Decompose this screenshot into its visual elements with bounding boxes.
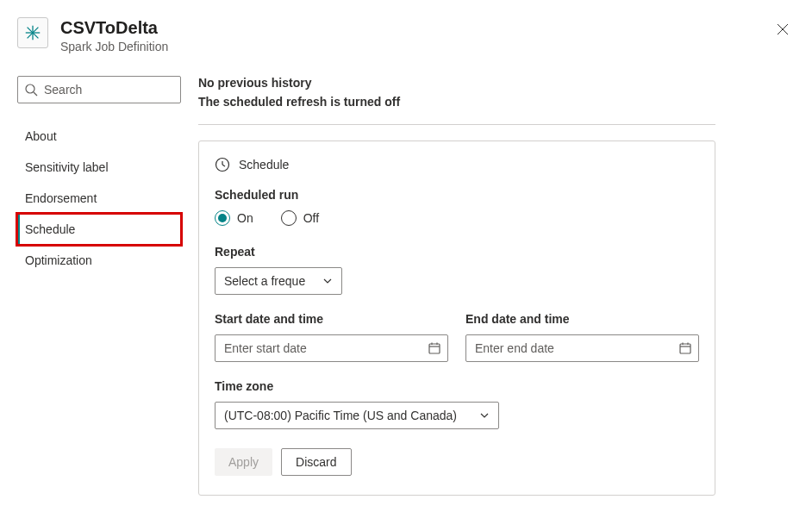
apply-button: Apply (215, 448, 272, 476)
sidebar-item-optimization[interactable]: Optimization (17, 245, 181, 276)
repeat-select[interactable]: Select a freque (215, 267, 342, 295)
radio-on-circle (215, 210, 230, 226)
svg-line-7 (34, 92, 37, 96)
close-icon (777, 23, 789, 35)
close-button[interactable] (772, 19, 793, 40)
divider (198, 124, 715, 125)
sidebar-item-endorsement[interactable]: Endorsement (17, 183, 181, 214)
scheduled-run-label: Scheduled run (215, 188, 699, 202)
radio-off-circle (281, 210, 297, 226)
chevron-down-icon (479, 410, 490, 421)
sidebar-nav: About Sensitivity label Endorsement Sche… (17, 121, 181, 276)
schedule-panel: Schedule Scheduled run On Off Repeat (198, 140, 715, 496)
radio-off-label: Off (303, 211, 319, 225)
chevron-down-icon (322, 276, 333, 286)
radio-on-label: On (237, 211, 253, 225)
radio-on[interactable]: On (215, 210, 253, 226)
sidebar: About Sensitivity label Endorsement Sche… (17, 76, 181, 496)
panel-title: Schedule (239, 158, 289, 172)
radio-off[interactable]: Off (281, 210, 319, 226)
start-date-label: Start date and time (215, 312, 448, 326)
repeat-label: Repeat (215, 245, 699, 259)
start-date-input[interactable] (215, 334, 448, 362)
discard-button[interactable]: Discard (281, 448, 351, 476)
timezone-value: (UTC-08:00) Pacific Time (US and Canada) (224, 409, 457, 422)
end-date-input[interactable] (465, 334, 699, 362)
refresh-status: The scheduled refresh is turned off (198, 95, 715, 109)
timezone-select[interactable]: (UTC-08:00) Pacific Time (US and Canada) (215, 402, 499, 429)
svg-point-6 (26, 84, 34, 93)
main-content: No previous history The scheduled refres… (198, 76, 715, 496)
page-title: CSVToDelta (60, 17, 168, 38)
search-input[interactable] (17, 76, 181, 103)
clock-icon (215, 157, 230, 172)
end-date-label: End date and time (465, 312, 699, 326)
sidebar-item-about[interactable]: About (17, 121, 181, 152)
sidebar-item-sensitivity-label[interactable]: Sensitivity label (17, 152, 181, 183)
timezone-label: Time zone (215, 379, 699, 393)
page-subtitle: Spark Job Definition (60, 40, 168, 53)
history-status: No previous history (198, 76, 715, 90)
svg-line-10 (222, 165, 225, 166)
search-icon (24, 83, 38, 97)
sidebar-item-schedule[interactable]: Schedule (17, 214, 181, 245)
repeat-value: Select a freque (224, 274, 305, 288)
header: CSVToDelta Spark Job Definition (0, 0, 812, 59)
title-block: CSVToDelta Spark Job Definition (60, 17, 168, 53)
app-icon (17, 17, 48, 48)
